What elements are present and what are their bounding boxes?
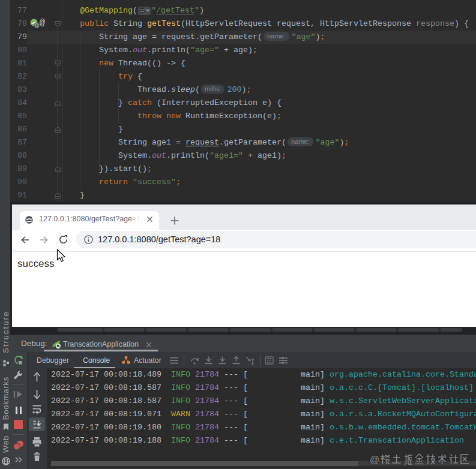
svg-text:@: @ (370, 455, 379, 465)
